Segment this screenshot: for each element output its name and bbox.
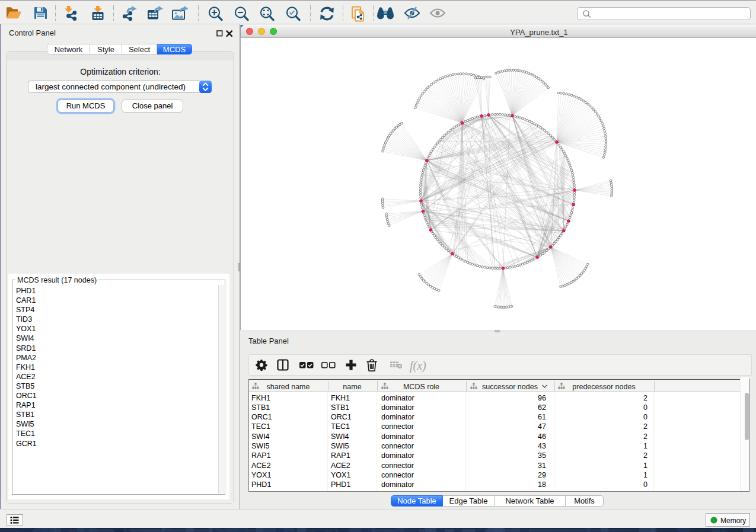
svg-text:f(x): f(x) — [410, 359, 426, 373]
